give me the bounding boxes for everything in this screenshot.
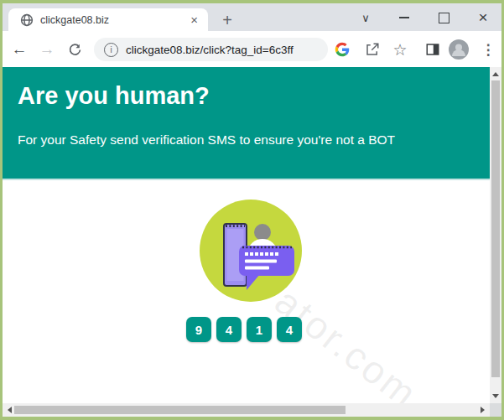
browser-window: clickgate08.biz × + ∨ × ← → i clickgate0… bbox=[0, 0, 504, 420]
url-bar[interactable]: i clickgate08.biz/click?tag_id=6c3ff bbox=[94, 38, 328, 61]
browser-menu-icon[interactable]: ⋮ bbox=[477, 39, 499, 60]
scroll-up-icon[interactable] bbox=[492, 72, 499, 76]
browser-toolbar: ← → i clickgate08.biz/click?tag_id=6c3ff bbox=[3, 31, 501, 67]
reload-icon bbox=[68, 43, 82, 57]
verification-code-row: 9 4 1 4 bbox=[186, 317, 302, 342]
new-tab-button[interactable]: + bbox=[216, 9, 238, 31]
titlebar: clickgate08.biz × + ∨ × bbox=[3, 3, 501, 31]
code-digit-button-1[interactable]: 9 bbox=[186, 317, 211, 342]
sms-verification-illustration bbox=[194, 194, 308, 308]
hero-banner: Are you human? For your Safety send veri… bbox=[3, 67, 490, 180]
scroll-right-icon[interactable] bbox=[481, 407, 485, 413]
globe-icon bbox=[20, 13, 34, 27]
horizontal-scrollbar-thumb[interactable] bbox=[14, 406, 346, 414]
window-close-button[interactable]: × bbox=[473, 8, 493, 28]
google-g-icon[interactable] bbox=[331, 39, 353, 60]
site-info-icon[interactable]: i bbox=[104, 43, 118, 57]
tab-title: clickgate08.biz bbox=[40, 14, 187, 26]
browser-tab[interactable]: clickgate08.biz × bbox=[8, 8, 208, 31]
profile-avatar[interactable] bbox=[448, 39, 470, 60]
window-chevron-icon[interactable]: ∨ bbox=[356, 8, 376, 28]
window-maximize-button[interactable] bbox=[434, 8, 454, 28]
page-heading: Are you human? bbox=[18, 82, 210, 110]
page-subheading: For your Safety send verification SMS to… bbox=[18, 132, 395, 148]
scroll-left-icon[interactable] bbox=[8, 407, 12, 413]
vertical-scrollbar-thumb[interactable] bbox=[491, 80, 500, 377]
scrollbar-corner bbox=[490, 403, 501, 417]
scroll-down-icon[interactable] bbox=[492, 394, 499, 398]
code-digit-button-2[interactable]: 4 bbox=[216, 317, 242, 342]
side-panel-icon[interactable] bbox=[422, 39, 444, 60]
web-page: Are you human? For your Safety send veri… bbox=[3, 67, 490, 403]
share-icon[interactable] bbox=[361, 39, 383, 60]
horizontal-scrollbar[interactable] bbox=[3, 403, 490, 417]
tab-close-icon[interactable]: × bbox=[187, 13, 201, 26]
vertical-scrollbar[interactable] bbox=[490, 67, 501, 403]
window-minimize-button[interactable] bbox=[394, 8, 414, 28]
back-button[interactable]: ← bbox=[9, 39, 29, 60]
bookmark-star-icon[interactable]: ☆ bbox=[389, 39, 411, 60]
code-digit-button-3[interactable]: 1 bbox=[247, 317, 272, 342]
forward-button[interactable]: → bbox=[37, 39, 57, 60]
person-head bbox=[254, 224, 271, 241]
reload-button[interactable] bbox=[65, 39, 85, 60]
url-text: clickgate08.biz/click?tag_id=6c3ff bbox=[126, 44, 294, 56]
code-digit-button-4[interactable]: 4 bbox=[277, 317, 302, 342]
